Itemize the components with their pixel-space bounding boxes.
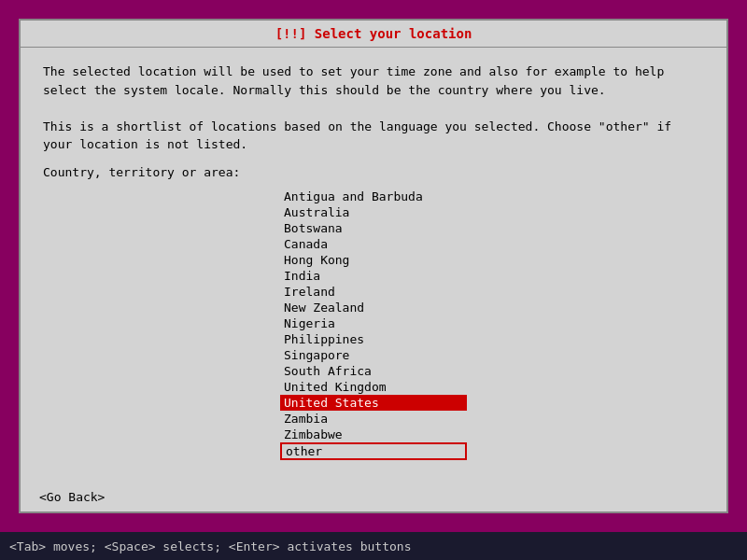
list-item[interactable]: New Zealand bbox=[280, 300, 467, 315]
list-item[interactable]: United States bbox=[280, 395, 467, 411]
list-item[interactable]: Australia bbox=[280, 204, 467, 220]
status-text: <Tab> moves; <Space> selects; <Enter> ac… bbox=[9, 539, 411, 553]
status-bar: <Tab> moves; <Space> selects; <Enter> ac… bbox=[0, 532, 747, 560]
go-back-button[interactable]: <Go Back> bbox=[39, 490, 105, 504]
list-item[interactable]: Singapore bbox=[280, 347, 467, 363]
title-bar: [!!] Select your location bbox=[21, 21, 726, 48]
list-item[interactable]: Zambia bbox=[280, 411, 467, 427]
list-item[interactable]: Canada bbox=[280, 236, 467, 252]
list-item[interactable]: Botswana bbox=[280, 220, 467, 236]
list-item[interactable]: South Africa bbox=[280, 363, 467, 379]
list-item[interactable]: other bbox=[280, 442, 467, 460]
list-item[interactable]: Antigua and Barbuda bbox=[280, 189, 467, 204]
prompt-label: Country, territory or area: bbox=[43, 165, 704, 179]
dialog-title: [!!] Select your location bbox=[275, 26, 472, 41]
country-list-container: Antigua and BarbudaAustraliaBotswanaCana… bbox=[43, 189, 704, 469]
country-list[interactable]: Antigua and BarbudaAustraliaBotswanaCana… bbox=[280, 189, 467, 460]
list-item[interactable]: Hong Kong bbox=[280, 252, 467, 268]
list-item[interactable]: Nigeria bbox=[280, 315, 467, 331]
list-item[interactable]: United Kingdom bbox=[280, 379, 467, 395]
list-item[interactable]: India bbox=[280, 268, 467, 284]
dialog-box: [!!] Select your location The selected l… bbox=[19, 19, 728, 513]
list-item[interactable]: Philippines bbox=[280, 331, 467, 347]
list-item[interactable]: Ireland bbox=[280, 284, 467, 300]
description-text: The selected location will be used to se… bbox=[43, 63, 704, 154]
list-item[interactable]: Zimbabwe bbox=[280, 427, 467, 442]
